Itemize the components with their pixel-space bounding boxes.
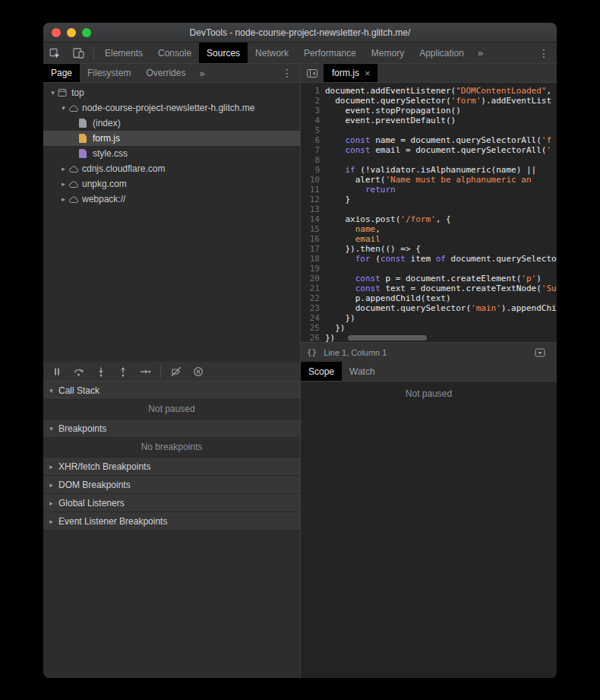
code-line[interactable]: p.appendChild(text) (325, 293, 557, 303)
section-dom-breakpoints[interactable]: ▸DOM Breakpoints (43, 476, 300, 494)
pretty-print-button[interactable]: {} (307, 347, 317, 357)
tab-performance[interactable]: Performance (296, 43, 364, 63)
line-number[interactable]: 10 (301, 175, 320, 185)
zoom-window-button[interactable] (82, 28, 91, 37)
navtab-overrides[interactable]: Overrides (138, 64, 193, 82)
code-line[interactable] (325, 264, 557, 274)
line-number[interactable]: 26 (301, 333, 320, 342)
line-number[interactable]: 23 (301, 303, 320, 313)
line-number[interactable]: 12 (301, 195, 320, 204)
line-number[interactable]: 20 (301, 274, 320, 283)
section-global-listeners[interactable]: ▸Global Listeners (43, 494, 300, 512)
line-number[interactable]: 24 (301, 313, 320, 323)
tab-sources[interactable]: Sources (199, 43, 248, 63)
tab-console[interactable]: Console (150, 43, 199, 63)
tree-item-style-css[interactable]: style.css (43, 146, 300, 161)
code-line[interactable]: name, (325, 224, 557, 234)
line-number[interactable]: 1 (301, 86, 320, 96)
tab-network[interactable]: Network (248, 43, 296, 63)
tree-item-node-course-project-newsletter-h-glitch-me[interactable]: ▾node-course-project-newsletter-h.glitch… (43, 100, 300, 116)
tree-item-unpkg-com[interactable]: ▸unpkg.com (43, 176, 300, 192)
code-line[interactable] (325, 125, 557, 135)
line-number[interactable]: 8 (301, 155, 320, 165)
code-line[interactable]: }) (325, 323, 557, 333)
code-line[interactable]: document.addEventListener("DOMContentLoa… (325, 86, 557, 96)
sidetab-watch[interactable]: Watch (342, 362, 383, 381)
titlebar[interactable]: DevTools - node-course-project-newslette… (43, 23, 557, 43)
navigator-menu-button[interactable]: ⋮ (274, 64, 300, 82)
code-line[interactable]: event.preventDefault() (325, 116, 557, 125)
tab-application[interactable]: Application (412, 43, 472, 63)
step-over-button[interactable] (69, 363, 89, 380)
line-number[interactable]: 14 (301, 214, 320, 224)
tree-item-top[interactable]: ▾top (43, 85, 300, 100)
section-event-listener-breakpoints[interactable]: ▸Event Listener Breakpoints (43, 512, 300, 531)
code-line[interactable]: const text = document.createTextNode('Su… (325, 283, 557, 293)
navigator-more-tabs-button[interactable]: » (193, 64, 210, 82)
tab-elements[interactable]: Elements (97, 43, 150, 63)
code-line[interactable]: }) (325, 313, 557, 323)
tree-item-webpack[interactable]: ▸webpack:// (43, 192, 300, 207)
sidetab-scope[interactable]: Scope (301, 362, 342, 381)
line-number[interactable]: 11 (301, 185, 320, 195)
line-number[interactable]: 5 (301, 125, 320, 135)
line-number[interactable]: 9 (301, 165, 320, 175)
tree-item-form-js[interactable]: form.js (43, 131, 300, 146)
show-drawer-button[interactable] (529, 348, 551, 357)
code-line[interactable]: document.querySelector('form').addEventL… (325, 96, 557, 106)
inspect-element-button[interactable] (43, 43, 67, 63)
code-line[interactable] (325, 204, 557, 214)
code-line[interactable]: alert('Name must be alphanumeric an (325, 175, 557, 185)
main-menu-button[interactable]: ⋮ (531, 43, 557, 63)
step-button[interactable] (135, 363, 155, 380)
disclosure-triangle-icon[interactable]: ▸ (58, 195, 68, 203)
pause-script-button[interactable] (47, 363, 67, 380)
section-call-stack[interactable]: ▾Call Stack (43, 382, 300, 400)
minimize-window-button[interactable] (67, 28, 76, 37)
code-line[interactable]: email (325, 234, 557, 244)
step-into-button[interactable] (91, 363, 111, 380)
editor-horizontal-scrollbar[interactable] (348, 335, 427, 340)
line-number[interactable]: 18 (301, 254, 320, 264)
code-line[interactable]: axios.post('/form', { (325, 214, 557, 224)
tree-item-cdnjs-cloudflare-com[interactable]: ▸cdnjs.cloudflare.com (43, 161, 300, 176)
code-line[interactable]: const email = document.querySelectorAll(… (325, 145, 557, 155)
device-toolbar-button[interactable] (67, 43, 90, 63)
close-window-button[interactable] (52, 28, 61, 37)
tab-memory[interactable]: Memory (364, 43, 412, 63)
line-number[interactable]: 2 (301, 96, 320, 106)
line-number[interactable]: 7 (301, 145, 320, 155)
line-number[interactable]: 3 (301, 106, 320, 116)
line-number[interactable]: 25 (301, 323, 320, 333)
pause-on-exceptions-button[interactable] (188, 363, 208, 380)
line-number[interactable]: 16 (301, 234, 320, 244)
section-breakpoints[interactable]: ▾Breakpoints (43, 420, 300, 438)
code-line[interactable]: for (const item of document.querySelecto… (325, 254, 557, 264)
disclosure-triangle-icon[interactable]: ▾ (58, 104, 68, 112)
code-line[interactable]: return (325, 185, 557, 195)
line-number[interactable]: 17 (301, 244, 320, 254)
line-number[interactable]: 15 (301, 224, 320, 234)
deactivate-breakpoints-button[interactable] (166, 363, 186, 380)
code-line[interactable]: if (!validator.isAlphanumeric(name) || (325, 165, 557, 175)
line-number[interactable]: 22 (301, 293, 320, 303)
code-editor[interactable]: 1234567891011121314151617181920212223242… (301, 83, 557, 342)
line-number[interactable]: 13 (301, 204, 320, 214)
editor-tab-form-js[interactable]: form.js × (324, 64, 377, 82)
code-line[interactable]: const p = document.createElement('p') (325, 274, 557, 283)
more-tabs-button[interactable]: » (472, 43, 489, 63)
line-number[interactable]: 6 (301, 135, 320, 145)
tree-item-index[interactable]: (index) (43, 116, 300, 131)
code-line[interactable] (325, 155, 557, 165)
disclosure-triangle-icon[interactable]: ▸ (58, 180, 68, 188)
navtab-filesystem[interactable]: Filesystem (80, 64, 138, 82)
section-xhr-fetch-breakpoints[interactable]: ▸XHR/fetch Breakpoints (43, 458, 300, 476)
close-tab-icon[interactable]: × (365, 68, 371, 79)
disclosure-triangle-icon[interactable]: ▾ (48, 89, 58, 97)
toggle-navigator-button[interactable] (301, 64, 324, 82)
navtab-page[interactable]: Page (43, 64, 80, 82)
line-number[interactable]: 19 (301, 264, 320, 274)
line-number[interactable]: 4 (301, 116, 320, 125)
code-line[interactable]: }).then(() => { (325, 244, 557, 254)
step-out-button[interactable] (113, 363, 133, 380)
